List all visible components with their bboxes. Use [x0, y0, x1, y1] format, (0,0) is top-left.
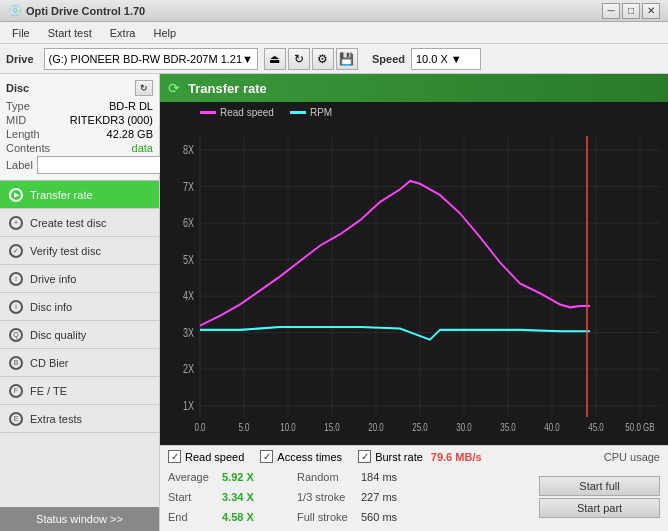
- svg-text:15.0: 15.0: [324, 421, 340, 434]
- burst-rate-value: 79.6 MB/s: [431, 451, 482, 463]
- nav-extra-tests[interactable]: E Extra tests: [0, 405, 159, 433]
- legend-read-speed: Read speed: [200, 107, 274, 118]
- read-speed-checkbox[interactable]: [168, 450, 181, 463]
- drive-selector[interactable]: (G:) PIONEER BD-RW BDR-207M 1.21 ▼: [44, 48, 258, 70]
- menu-help[interactable]: Help: [145, 25, 184, 41]
- speed-label: Speed: [372, 53, 405, 65]
- titlebar-left: 💿 Opti Drive Control 1.70: [8, 4, 145, 17]
- nav-verify-test-disc[interactable]: ✓ Verify test disc: [0, 237, 159, 265]
- speed-selector[interactable]: 10.0 X ▼: [411, 48, 481, 70]
- random-stat-row: Random 184 ms: [297, 467, 418, 487]
- settings-button[interactable]: ⚙: [312, 48, 334, 70]
- speed-value: 10.0 X ▼: [416, 53, 462, 65]
- menu-extra[interactable]: Extra: [102, 25, 144, 41]
- close-button[interactable]: ✕: [642, 3, 660, 19]
- fullstroke-value: 560 ms: [361, 511, 411, 523]
- svg-text:2X: 2X: [183, 362, 195, 376]
- start-value: 3.34 X: [222, 491, 262, 503]
- start-full-button[interactable]: Start full: [539, 476, 660, 496]
- transfer-rate-svg: 8X 7X 6X 5X 4X 3X 2X 1X 0.0 5.0 10.0 15.…: [160, 122, 668, 445]
- end-stat-row: End 4.58 X: [168, 507, 289, 527]
- titlebar-controls: ─ □ ✕: [602, 3, 660, 19]
- drive-info-icon: i: [8, 271, 24, 287]
- disc-refresh-button[interactable]: ↻: [135, 80, 153, 96]
- nav-drive-info-label: Drive info: [30, 273, 76, 285]
- minimize-button[interactable]: ─: [602, 3, 620, 19]
- start-part-button[interactable]: Start part: [539, 498, 660, 518]
- svg-text:45.0: 45.0: [588, 421, 604, 434]
- nav-fe-te[interactable]: F FE / TE: [0, 377, 159, 405]
- cpu-usage-label: CPU usage: [604, 451, 660, 463]
- nav-disc-info[interactable]: i Disc info: [0, 293, 159, 321]
- col-labels: Average 5.92 X Start 3.34 X End 4.58 X: [168, 467, 289, 527]
- sidebar: Disc ↻ Type BD-R DL MID RITEKDR3 (000) L…: [0, 74, 160, 531]
- status-window-button[interactable]: Status window >>: [0, 507, 159, 531]
- svg-text:3X: 3X: [183, 325, 195, 339]
- fe-te-icon: F: [8, 383, 24, 399]
- drive-action-buttons: ⏏ ↻ ⚙ 💾: [264, 48, 358, 70]
- disc-mid-row: MID RITEKDR3 (000): [6, 114, 153, 126]
- disc-quality-icon: Q: [8, 327, 24, 343]
- svg-text:50.0 GB: 50.0 GB: [625, 421, 654, 434]
- disc-contents-label: Contents: [6, 142, 50, 154]
- menu-file[interactable]: File: [4, 25, 38, 41]
- chart-title: Transfer rate: [188, 81, 267, 96]
- nav-disc-quality-label: Disc quality: [30, 329, 86, 341]
- legend-rpm-label: RPM: [310, 107, 332, 118]
- maximize-button[interactable]: □: [622, 3, 640, 19]
- nav-fe-te-label: FE / TE: [30, 385, 67, 397]
- disc-length-label: Length: [6, 128, 40, 140]
- random-value: 184 ms: [361, 471, 411, 483]
- refresh-drive-button[interactable]: ↻: [288, 48, 310, 70]
- access-times-checkbox-item: Access times: [260, 450, 342, 463]
- legend-read-speed-label: Read speed: [220, 107, 274, 118]
- start-label: Start: [168, 491, 218, 503]
- burst-rate-checkbox[interactable]: [358, 450, 371, 463]
- svg-text:25.0: 25.0: [412, 421, 428, 434]
- nav-transfer-rate-label: Transfer rate: [30, 189, 93, 201]
- burst-rate-checkbox-label: Burst rate: [375, 451, 423, 463]
- disc-label-input[interactable]: [37, 156, 170, 174]
- disc-label-label: Label: [6, 159, 33, 171]
- disc-contents-value: data: [132, 142, 153, 154]
- extra-tests-icon: E: [8, 411, 24, 427]
- drive-dropdown-icon: ▼: [242, 53, 253, 65]
- random-label: Random: [297, 471, 357, 483]
- nav-cd-bler-label: CD Bier: [30, 357, 69, 369]
- chart-canvas: 8X 7X 6X 5X 4X 3X 2X 1X 0.0 5.0 10.0 15.…: [160, 122, 668, 445]
- chart-legend: Read speed RPM: [160, 102, 668, 122]
- nav-disc-quality[interactable]: Q Disc quality: [0, 321, 159, 349]
- disc-info-icon: i: [8, 299, 24, 315]
- access-times-checkbox[interactable]: [260, 450, 273, 463]
- disc-mid-value: RITEKDR3 (000): [70, 114, 153, 126]
- stroke13-value: 227 ms: [361, 491, 411, 503]
- disc-length-row: Length 42.28 GB: [6, 128, 153, 140]
- nav-create-test-disc-label: Create test disc: [30, 217, 106, 229]
- menu-start-test[interactable]: Start test: [40, 25, 100, 41]
- svg-text:7X: 7X: [183, 179, 195, 193]
- disc-contents-row: Contents data: [6, 142, 153, 154]
- col-random: Random 184 ms 1/3 stroke 227 ms Full str…: [297, 467, 418, 527]
- disc-mid-label: MID: [6, 114, 26, 126]
- svg-text:6X: 6X: [183, 216, 195, 230]
- app-title: Opti Drive Control 1.70: [26, 5, 145, 17]
- drive-label: Drive: [6, 53, 34, 65]
- save-button[interactable]: 💾: [336, 48, 358, 70]
- average-stat-row: Average 5.92 X: [168, 467, 289, 487]
- svg-text:8X: 8X: [183, 143, 195, 157]
- rpm-color: [290, 111, 306, 114]
- drivebar: Drive (G:) PIONEER BD-RW BDR-207M 1.21 ▼…: [0, 44, 668, 74]
- nav-cd-bler[interactable]: B CD Bier: [0, 349, 159, 377]
- chart-header: ⟳ Transfer rate: [160, 74, 668, 102]
- nav-drive-info[interactable]: i Drive info: [0, 265, 159, 293]
- nav-verify-test-disc-label: Verify test disc: [30, 245, 101, 257]
- burst-rate-checkbox-item: Burst rate 79.6 MB/s: [358, 450, 481, 463]
- create-disc-icon: +: [8, 215, 24, 231]
- nav-create-test-disc[interactable]: + Create test disc: [0, 209, 159, 237]
- svg-rect-0: [160, 122, 668, 445]
- eject-button[interactable]: ⏏: [264, 48, 286, 70]
- nav-transfer-rate[interactable]: ▶ Transfer rate: [0, 181, 159, 209]
- disc-type-row: Type BD-R DL: [6, 100, 153, 112]
- svg-text:5X: 5X: [183, 252, 195, 266]
- disc-type-label: Type: [6, 100, 30, 112]
